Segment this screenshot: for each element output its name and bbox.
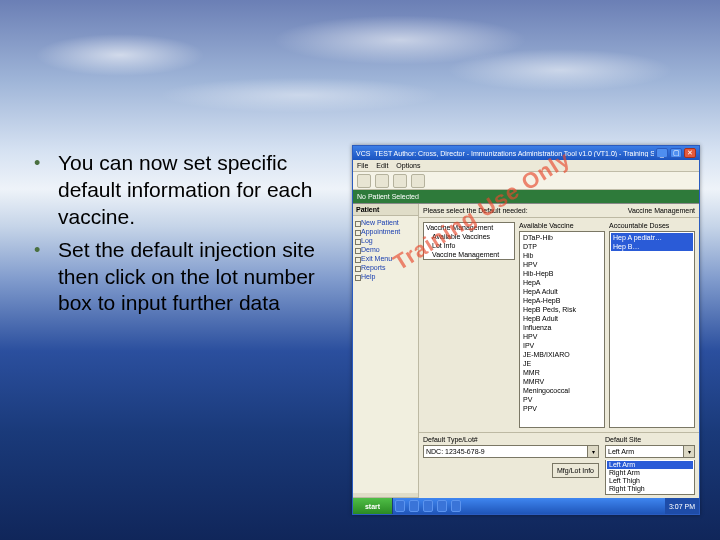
chevron-down-icon[interactable]: ▾ [587, 446, 598, 457]
menubar: File Edit Options [353, 160, 699, 172]
sidebar-header: Patient [353, 204, 418, 216]
site-column: Default Site Left Arm ▾ Left Arm Right A… [605, 436, 695, 495]
list-item[interactable]: IPV [521, 341, 603, 350]
task-item[interactable] [409, 500, 419, 512]
patient-bar: No Patient Selected [353, 190, 699, 204]
list-item[interactable]: DTaP-Hib [521, 233, 603, 242]
toolbar-button[interactable] [357, 174, 371, 188]
bullet-list: •You can now set specific default inform… [34, 150, 334, 323]
site-value: Left Arm [606, 448, 683, 455]
list-item[interactable]: HepA-HepB [521, 296, 603, 305]
list-item[interactable]: HepA [521, 278, 603, 287]
bullet-text: Set the default injection site then clic… [58, 238, 315, 315]
maximize-icon[interactable]: ▢ [670, 148, 682, 158]
list-item[interactable]: HPV [521, 332, 603, 341]
sidebar: Patient New Patient Appointment Log Demo… [353, 204, 419, 498]
slide: •You can now set specific default inform… [0, 0, 720, 540]
list-item[interactable]: MMRV [521, 377, 603, 386]
column-header: Accountable Doses [609, 222, 695, 229]
nav-item[interactable]: Vaccine Management [424, 250, 514, 259]
menu-item[interactable]: Edit [376, 162, 388, 169]
list-item[interactable]: Meningococcal [521, 386, 603, 395]
task-item[interactable] [451, 500, 461, 512]
site-option[interactable]: Left Thigh [607, 477, 693, 485]
list-item[interactable]: HepB Peds, Risk [521, 305, 603, 314]
list-item[interactable]: HepB Adult [521, 314, 603, 323]
sidebar-item[interactable]: Appointment [355, 227, 416, 236]
bullet-item: •You can now set specific default inform… [34, 150, 334, 231]
list-item[interactable]: JE [521, 359, 603, 368]
task-item[interactable] [395, 500, 405, 512]
content-columns: Available Vaccine DTaP-Hib DTP Hib HPV H… [515, 218, 699, 432]
list-item[interactable]: Influenza [521, 323, 603, 332]
nav-tree-panel: Vaccine Management Available Vaccines Lo… [419, 218, 515, 432]
site-combo[interactable]: Left Arm ▾ [605, 445, 695, 458]
instruction-row: Please select the Default needed: Vaccin… [419, 204, 699, 218]
sidebar-item[interactable]: New Patient [355, 218, 416, 227]
list-item[interactable]: DTP [521, 242, 603, 251]
menu-item[interactable]: Options [396, 162, 420, 169]
sidebar-item[interactable]: Exit Menu [355, 254, 416, 263]
list-item[interactable]: Hib [521, 251, 603, 260]
accountable-column: Accountable Doses Hep A pediatr… Hep B… [609, 222, 695, 428]
list-item[interactable]: Hib-HepB [521, 269, 603, 278]
main-panel: Please select the Default needed: Vaccin… [419, 204, 699, 498]
accountable-listbox[interactable]: Hep A pediatr… Hep B… [609, 231, 695, 428]
list-item[interactable]: Hep B… [611, 242, 693, 251]
taskbar: start 3:07 PM [353, 498, 699, 514]
sidebar-item[interactable]: Reports [355, 263, 416, 272]
list-item[interactable]: HPV [521, 260, 603, 269]
menu-item[interactable]: File [357, 162, 368, 169]
task-item[interactable] [437, 500, 447, 512]
column-header: Available Vaccine [519, 222, 605, 229]
lot-combo[interactable]: NDC: 12345-678-9 ▾ [423, 445, 599, 458]
bullet-text: You can now set specific default informa… [58, 151, 312, 228]
chevron-down-icon[interactable]: ▾ [683, 446, 694, 457]
bottom-panel: Default Type/Lot# NDC: 12345-678-9 ▾ Mfg… [419, 432, 699, 498]
available-listbox[interactable]: DTaP-Hib DTP Hib HPV Hib-HepB HepA HepA … [519, 231, 605, 428]
toolbar [353, 172, 699, 190]
toolbar-button[interactable] [375, 174, 389, 188]
sidebar-tree: New Patient Appointment Log Demo Exit Me… [353, 216, 418, 493]
close-icon[interactable]: ✕ [684, 148, 696, 158]
site-option[interactable]: Right Thigh [607, 485, 693, 493]
nav-item[interactable]: Available Vaccines [424, 232, 514, 241]
site-options-list[interactable]: Left Arm Right Arm Left Thigh Right Thig… [605, 460, 695, 495]
list-item[interactable]: PV [521, 395, 603, 404]
sidebar-item[interactable]: Log [355, 236, 416, 245]
toolbar-button[interactable] [411, 174, 425, 188]
bullet-item: •Set the default injection site then cli… [34, 237, 334, 318]
section-label: Vaccine Management [628, 207, 695, 214]
list-item[interactable]: Hep A pediatr… [611, 233, 693, 242]
field-label: Default Type/Lot# [423, 436, 599, 443]
list-item[interactable]: HepA Adult [521, 287, 603, 296]
lot-column: Default Type/Lot# NDC: 12345-678-9 ▾ Mfg… [423, 436, 599, 495]
site-option[interactable]: Left Arm [607, 461, 693, 469]
start-button[interactable]: start [353, 498, 393, 514]
patient-status: No Patient Selected [357, 193, 419, 200]
list-item[interactable]: PPV [521, 404, 603, 413]
field-label: Default Site [605, 436, 695, 443]
list-item[interactable]: MMR [521, 368, 603, 377]
nav-tree[interactable]: Vaccine Management Available Vaccines Lo… [423, 222, 515, 260]
bullet-dot-icon: • [34, 152, 40, 175]
clock: 3:07 PM [669, 503, 695, 510]
toolbar-button[interactable] [393, 174, 407, 188]
sidebar-item[interactable]: Demo [355, 245, 416, 254]
app-window: VCS_TEST Author: Cross, Director - Immun… [352, 145, 700, 515]
nav-item[interactable]: Vaccine Management [424, 223, 514, 232]
site-option[interactable]: Right Arm [607, 469, 693, 477]
nav-item[interactable]: Lot Info [424, 241, 514, 250]
minimize-icon[interactable]: _ [656, 148, 668, 158]
available-column: Available Vaccine DTaP-Hib DTP Hib HPV H… [519, 222, 605, 428]
bullet-dot-icon: • [34, 239, 40, 262]
lot-info-button[interactable]: Mfg/Lot Info [552, 463, 599, 478]
window-title: VCS_TEST Author: Cross, Director - Immun… [356, 150, 654, 157]
task-item[interactable] [423, 500, 433, 512]
sidebar-item[interactable]: Help [355, 272, 416, 281]
instruction-label: Please select the Default needed: [423, 207, 528, 214]
titlebar[interactable]: VCS_TEST Author: Cross, Director - Immun… [353, 146, 699, 160]
system-tray[interactable]: 3:07 PM [665, 498, 699, 514]
main-wrap: Vaccine Management Available Vaccines Lo… [419, 218, 699, 432]
list-item[interactable]: JE-MB/IXIARO [521, 350, 603, 359]
